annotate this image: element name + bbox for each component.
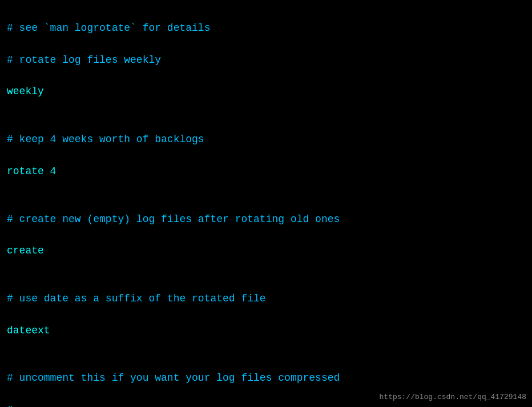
comment-line: # uncomment this if you want your log fi…: [7, 370, 525, 386]
comment-line: # use date as a suffix of the rotated fi…: [7, 291, 525, 307]
empty-line: [7, 116, 525, 132]
code-display: # see `man logrotate` for details # rota…: [0, 0, 532, 407]
comment-line: # create new (empty) log files after rot…: [7, 212, 525, 228]
code-line: create: [7, 243, 525, 259]
code-line: weekly: [7, 84, 525, 100]
watermark: https://blog.csdn.net/qq_41729148: [380, 393, 526, 401]
code-line: #compress: [7, 402, 525, 407]
comment-line: # keep 4 weeks worth of backlogs: [7, 132, 525, 148]
comment-line: # see `man logrotate` for details: [7, 21, 525, 37]
empty-line: [7, 196, 525, 212]
empty-line: [7, 275, 525, 291]
comment-line: # rotate log files weekly: [7, 53, 525, 68]
empty-line: [7, 355, 525, 371]
code-line: dateext: [7, 323, 525, 339]
code-line: rotate 4: [7, 164, 525, 180]
